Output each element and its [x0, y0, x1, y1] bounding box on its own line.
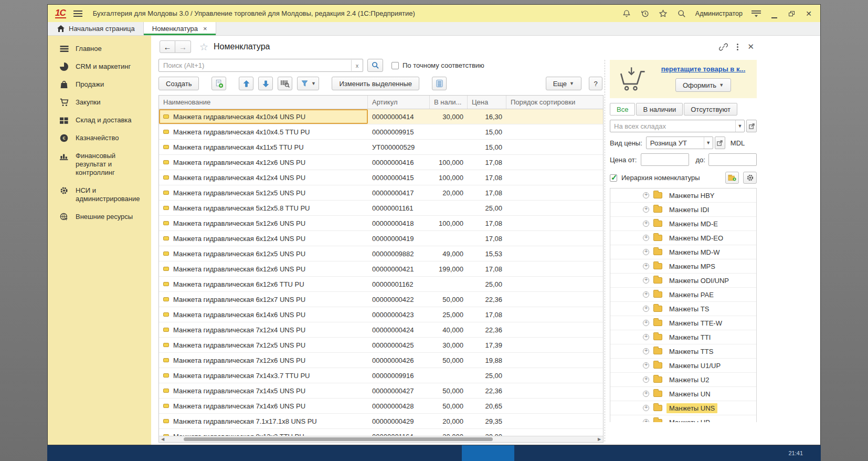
column-header-price[interactable]: Цена: [468, 96, 506, 109]
expand-plus-icon[interactable]: [643, 291, 649, 298]
tab-home[interactable]: Начальная страница: [48, 22, 144, 35]
scroll-right-icon[interactable]: ▶: [596, 437, 603, 442]
stock-filter-tab[interactable]: Отсутствуют: [684, 103, 737, 116]
notifications-bell-icon[interactable]: [622, 9, 631, 18]
price-type-input[interactable]: [647, 139, 704, 147]
global-search-icon[interactable]: [677, 9, 686, 18]
report-list-button[interactable]: [432, 77, 447, 90]
column-header-sort-order[interactable]: Порядок сортировки: [506, 96, 603, 109]
tree-item[interactable]: Манжеты U1/UP: [610, 359, 756, 373]
price-type-open-button[interactable]: [715, 137, 725, 149]
sidebar-item[interactable]: Склад и доставка: [48, 111, 151, 129]
exact-match-checkbox[interactable]: [391, 62, 399, 69]
sidebar-item[interactable]: CRM и маркетинг: [48, 58, 151, 76]
expand-plus-icon[interactable]: [643, 235, 649, 241]
warehouse-open-button[interactable]: [746, 120, 757, 132]
table-row[interactable]: Манжета гидравлическая 5x12x6 UNS PU 000…: [159, 216, 603, 231]
tree-item[interactable]: Манжеты UP: [610, 415, 756, 422]
current-user[interactable]: Администратор: [695, 10, 743, 17]
copy-item-button[interactable]: [211, 77, 226, 90]
hierarchy-checkbox[interactable]: [610, 174, 617, 182]
table-row[interactable]: Манжета гидравлическая 4x12x4 UNS PU 000…: [159, 170, 603, 185]
exact-match-option[interactable]: По точному соответствию: [391, 61, 484, 69]
search-button[interactable]: [367, 59, 383, 72]
tree-item[interactable]: Манжеты TS: [610, 302, 756, 316]
minimize-button[interactable]: [770, 9, 778, 18]
tree-item[interactable]: Манжеты TTS: [610, 344, 756, 359]
service-menu-icon[interactable]: [751, 9, 761, 18]
move-up-button[interactable]: [239, 77, 253, 90]
expand-plus-icon[interactable]: [643, 405, 649, 411]
cart-drop-zone[interactable]: перетащите товары в к... Оформить▼: [610, 60, 757, 98]
get-link-icon[interactable]: [719, 43, 728, 51]
price-type-dropdown-icon[interactable]: ▼: [704, 137, 713, 149]
tree-settings-button[interactable]: [743, 172, 757, 184]
close-form-icon[interactable]: ✕: [747, 42, 754, 51]
sidebar-item[interactable]: Главное: [48, 40, 151, 58]
expand-plus-icon[interactable]: [643, 277, 649, 284]
help-button[interactable]: ?: [589, 77, 602, 90]
table-row[interactable]: Манжета гидравлическая 7x14x5 UNS PU 000…: [159, 383, 603, 399]
warehouse-dropdown-icon[interactable]: ▼: [735, 120, 744, 132]
more-menu-kebab-icon[interactable]: [737, 44, 738, 50]
expand-plus-icon[interactable]: [643, 376, 649, 383]
expand-plus-icon[interactable]: [643, 419, 649, 422]
move-to-group-button[interactable]: [725, 172, 739, 184]
table-row[interactable]: Манжета гидравлическая 7x12x5 UNS PU 000…: [159, 338, 603, 353]
table-row[interactable]: Манжета гидравлическая 7x14x6 UNS PU 000…: [159, 399, 603, 414]
table-row[interactable]: Манжета гидравлическая 6x12x6 TTU PU 000…: [159, 277, 603, 292]
table-row[interactable]: Манжета гидравлическая 7x12x6 UNS PU 000…: [159, 353, 603, 368]
tree-item[interactable]: Манжеты PAE: [610, 288, 756, 302]
tree-item[interactable]: Манжеты IDI: [610, 203, 756, 217]
expand-plus-icon[interactable]: [643, 192, 649, 198]
tab-close-icon[interactable]: ×: [203, 25, 207, 33]
sidebar-item[interactable]: Продажи: [48, 76, 151, 93]
table-row[interactable]: Манжета гидравлическая 7x12x4 UNS PU 000…: [159, 322, 603, 338]
table-row[interactable]: Манжета гидравлическая 6x12x7 UNS PU 000…: [159, 292, 603, 307]
table-row[interactable]: Манжета гидравлическая 7x14x3.7 TTU PU 0…: [159, 368, 603, 383]
expand-plus-icon[interactable]: [643, 249, 649, 255]
tree-item[interactable]: Манжеты MD-E: [610, 217, 756, 231]
move-down-button[interactable]: [258, 77, 273, 90]
table-row[interactable]: Манжета гидравлическая 4x10x4.5 TTU PU 0…: [159, 124, 603, 140]
search-input[interactable]: [159, 61, 351, 69]
table-row[interactable]: Манжета гидравлическая 6x12x5 UNS PU 000…: [159, 246, 603, 261]
column-header-article[interactable]: Артикул: [368, 96, 430, 109]
filter-button[interactable]: ▼: [297, 77, 319, 90]
tab-nomenclature[interactable]: Номенклатура ×: [144, 22, 216, 35]
expand-plus-icon[interactable]: [643, 362, 649, 369]
nav-back-button[interactable]: ←: [160, 40, 175, 53]
warehouse-input[interactable]: [610, 122, 735, 130]
tree-item[interactable]: Манжеты TTI: [610, 330, 756, 344]
expand-plus-icon[interactable]: [643, 391, 649, 397]
tree-item[interactable]: Манжеты ODI/UNP: [610, 274, 756, 288]
tree-item[interactable]: Манжеты TTE-W: [610, 316, 756, 330]
expand-plus-icon[interactable]: [643, 306, 649, 312]
scroll-left-icon[interactable]: ◀: [159, 437, 166, 442]
stock-filter-tab[interactable]: Все: [610, 103, 635, 116]
table-row[interactable]: Манжета гидравлическая 5x12x5.8 TTU PU 0…: [159, 201, 603, 216]
close-window-button[interactable]: ✕: [805, 9, 813, 18]
more-button[interactable]: Еще▼: [546, 77, 581, 90]
sidebar-item[interactable]: Закупки: [48, 93, 151, 111]
restore-button[interactable]: [787, 9, 796, 18]
table-row[interactable]: Манжета гидравлическая 6x14x6 UNS PU 000…: [159, 307, 603, 322]
table-row[interactable]: Манжета гидравлическая 4x12x6 UNS PU 000…: [159, 155, 603, 170]
tree-item[interactable]: Манжеты MD-EO: [610, 231, 756, 245]
table-row[interactable]: Манжета гидравлическая 7.1x17.1x8 UNS PU…: [159, 414, 603, 429]
scrollbar-thumb[interactable]: [184, 437, 493, 441]
table-row[interactable]: Манжета гидравлическая 6x12x6 UNS PU 000…: [159, 261, 603, 277]
expand-plus-icon[interactable]: [643, 334, 649, 340]
create-button[interactable]: Создать: [158, 77, 199, 90]
table-row[interactable]: Манжета гидравлическая 5x12x5 UNS PU 000…: [159, 185, 603, 201]
main-menu-icon[interactable]: [73, 11, 82, 17]
tree-item[interactable]: Манжеты UNS: [610, 401, 756, 415]
edit-selected-button[interactable]: Изменить выделенные: [332, 77, 419, 90]
sidebar-item[interactable]: Финансовый результат и контроллинг: [48, 147, 151, 182]
table-row[interactable]: Манжета гидравлическая 6x12x4 UNS PU 000…: [159, 231, 603, 246]
table-row[interactable]: Манжета гидравлическая 4x11x5 TTU PU УТ0…: [159, 140, 603, 155]
expand-plus-icon[interactable]: [643, 206, 649, 213]
clear-search-icon[interactable]: x: [351, 60, 363, 71]
price-to-input[interactable]: [709, 156, 756, 164]
sidebar-item[interactable]: € Казначейство: [48, 129, 151, 147]
